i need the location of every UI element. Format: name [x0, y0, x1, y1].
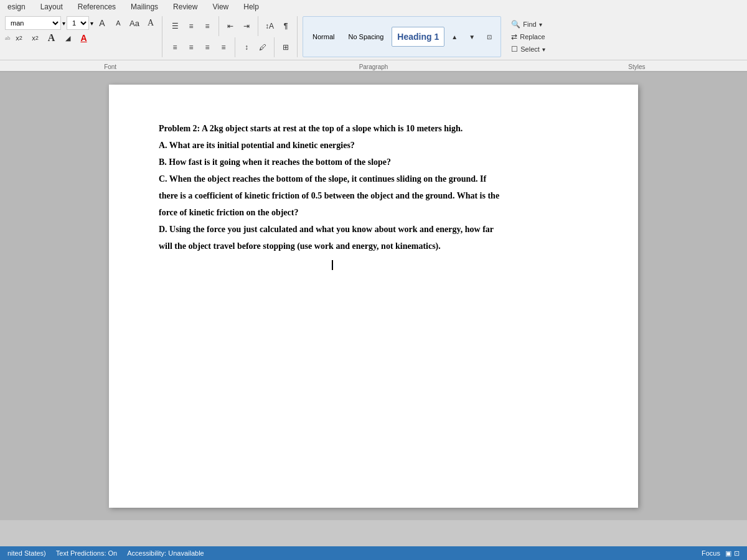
document-page[interactable]: Problem 2: A 2kg object starts at rest a… — [109, 85, 638, 508]
styles-section-label: Styles — [532, 63, 742, 71]
select-icon: ☐ — [511, 45, 518, 54]
select-button[interactable]: ☐ Select ▾ — [510, 44, 547, 54]
search-icon: 🔍 — [511, 20, 520, 29]
replace-icon: ⇄ — [511, 32, 517, 41]
part-a: A. What are its initial potential and ki… — [159, 139, 588, 152]
shrink-font-button[interactable]: A — [111, 16, 126, 30]
change-case-button[interactable]: Aa — [127, 16, 142, 30]
font-color-button[interactable]: A — [77, 31, 92, 45]
divider4 — [274, 37, 275, 57]
styles-group: Normal No Spacing Heading 1 ▲ ▼ ⊡ — [303, 16, 501, 57]
language-status: nited States) — [7, 549, 46, 557]
problem-title: Problem 2: A 2kg object starts at rest a… — [159, 122, 588, 135]
print-layout-icon[interactable]: ▣ — [725, 549, 731, 558]
shading-button[interactable]: 🖊 — [255, 40, 270, 54]
menu-design[interactable]: esign — [5, 1, 28, 12]
font-name-select[interactable]: man — [5, 16, 61, 30]
find-dropdown-arrow[interactable]: ▾ — [539, 21, 542, 28]
font-size-select[interactable]: 12 — [67, 16, 89, 30]
styles-expand-button[interactable]: ⊡ — [482, 30, 497, 44]
style-normal[interactable]: Normal — [307, 27, 340, 47]
view-icons: ▣ ⊡ — [725, 549, 740, 558]
menu-help[interactable]: Help — [241, 1, 261, 12]
style-heading1[interactable]: Heading 1 — [392, 27, 444, 47]
clear-format-button[interactable]: A — [143, 16, 158, 30]
style-no-spacing[interactable]: No Spacing — [342, 27, 389, 47]
cursor-position — [159, 258, 588, 271]
subscript-button[interactable]: x2 — [12, 31, 27, 45]
increase-indent-button[interactable]: ⇥ — [239, 19, 254, 33]
find-replace-group: 🔍 Find ▾ ⇄ Replace ☐ Select ▾ — [505, 16, 547, 57]
font-name-dropdown-arrow[interactable]: ▾ — [62, 20, 65, 27]
section-labels: Font Paragraph Styles — [0, 60, 747, 72]
part-d-line1: D. Using the force you just calculated a… — [159, 223, 588, 236]
status-right: Focus ▣ ⊡ — [702, 549, 740, 558]
superscript-button[interactable]: x2 — [28, 31, 43, 45]
text-cursor — [332, 260, 333, 270]
divider1 — [218, 16, 219, 36]
paragraph-group: ☰ ≡ ≡ ⇤ ⇥ ↕A ¶ ≡ ≡ ≡ ≡ ↕ 🖊 ⊞ — [167, 16, 298, 57]
part-b: B. How fast is it going when it reaches … — [159, 156, 588, 169]
divider3 — [235, 37, 235, 57]
bullets-button[interactable]: ☰ — [167, 19, 182, 33]
decrease-indent-button[interactable]: ⇤ — [223, 19, 238, 33]
ribbon: esign Layout References Mailings Review … — [0, 0, 747, 72]
ab-label: ab — [5, 35, 11, 41]
find-button[interactable]: 🔍 Find ▾ — [510, 19, 547, 29]
justify-button[interactable]: ≡ — [216, 40, 231, 54]
menu-references[interactable]: References — [75, 1, 118, 12]
font-size-dropdown-arrow[interactable]: ▾ — [90, 20, 93, 27]
select-dropdown-arrow[interactable]: ▾ — [542, 46, 545, 53]
part-c-line3: force of kinetic friction on the object? — [159, 206, 588, 219]
align-right-button[interactable]: ≡ — [200, 40, 215, 54]
styles-up-arrow[interactable]: ▲ — [447, 30, 462, 44]
line-spacing-button[interactable]: ↕ — [239, 40, 254, 54]
show-paragraph-button[interactable]: ¶ — [278, 19, 293, 33]
status-bar: nited States) Text Predictions: On Acces… — [0, 546, 747, 560]
borders-button[interactable]: ⊞ — [278, 40, 293, 54]
document-area: Problem 2: A 2kg object starts at rest a… — [0, 72, 747, 520]
status-left: nited States) Text Predictions: On Acces… — [7, 549, 204, 557]
menu-mailings[interactable]: Mailings — [128, 1, 161, 12]
bold-A-button[interactable]: A — [44, 31, 59, 45]
styles-down-arrow[interactable]: ▼ — [464, 30, 479, 44]
focus-button[interactable]: Focus — [702, 549, 720, 557]
part-c-line2: there is a coefficient of kinetic fricti… — [159, 189, 588, 202]
font-section-label: Font — [5, 63, 215, 71]
eraser-button[interactable]: ◢ — [60, 31, 75, 45]
sort-button[interactable]: ↕A — [262, 19, 277, 33]
part-d-line2: will the object travel before stopping (… — [159, 240, 588, 253]
replace-button[interactable]: ⇄ Replace — [510, 32, 547, 42]
divider2 — [258, 16, 258, 36]
document-content[interactable]: Problem 2: A 2kg object starts at rest a… — [159, 122, 588, 271]
part-c-line1: C. When the object reaches the bottom of… — [159, 172, 588, 185]
font-group: man ▾ 12 ▾ A A Aa A ab x2 x2 A ◢ A — [5, 16, 162, 57]
menu-layout[interactable]: Layout — [38, 1, 65, 12]
menu-bar: esign Layout References Mailings Review … — [0, 0, 747, 14]
web-layout-icon[interactable]: ⊡ — [734, 549, 740, 558]
menu-view[interactable]: View — [210, 1, 231, 12]
paragraph-section-label: Paragraph — [215, 63, 531, 71]
multilevel-list-button[interactable]: ≡ — [200, 19, 215, 33]
grow-font-button[interactable]: A — [95, 16, 110, 30]
numbering-button[interactable]: ≡ — [184, 19, 199, 33]
accessibility-status: Accessibility: Unavailable — [127, 549, 204, 557]
align-center-button[interactable]: ≡ — [184, 40, 199, 54]
text-predictions-status: Text Predictions: On — [56, 549, 117, 557]
align-left-button[interactable]: ≡ — [167, 40, 182, 54]
menu-review[interactable]: Review — [171, 1, 200, 12]
